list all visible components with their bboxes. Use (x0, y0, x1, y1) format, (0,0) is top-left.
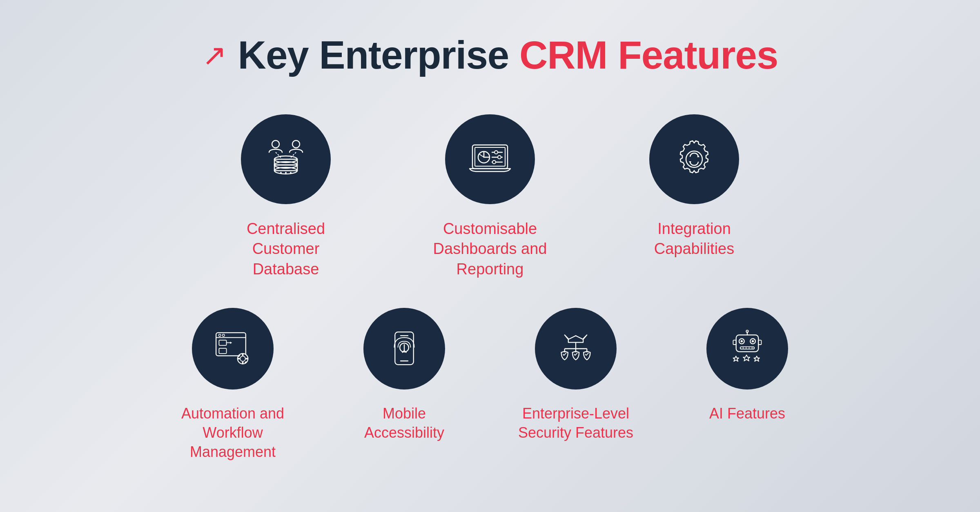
feature-ai: AI Features (686, 308, 808, 461)
robot-stars-icon (727, 328, 768, 369)
integration-label: Integration Capabilities (629, 219, 760, 259)
workflow-gear-icon (212, 328, 253, 369)
svg-point-20 (492, 160, 496, 164)
feature-dashboards: Customisable Dashboards and Reporting (425, 114, 555, 279)
mobile-icon-circle (363, 308, 445, 390)
svg-rect-35 (238, 358, 240, 360)
automation-icon-circle (192, 308, 274, 390)
title-highlight: CRM Features (519, 33, 778, 77)
svg-rect-33 (242, 354, 244, 356)
svg-rect-28 (219, 340, 226, 345)
mobile-label: Mobile Accessibility (343, 404, 466, 443)
svg-point-54 (752, 340, 754, 342)
gear-integration-icon (672, 137, 717, 182)
centralised-database-label: Centralised Customer Database (220, 219, 351, 279)
database-users-icon (263, 137, 308, 182)
shield-crown-icon (555, 328, 596, 369)
title-prefix: Key Enterprise (238, 33, 519, 77)
ai-label: AI Features (709, 404, 785, 423)
dashboards-label: Customisable Dashboards and Reporting (425, 219, 555, 279)
dashboards-icon-circle (445, 114, 535, 204)
svg-point-1 (292, 140, 300, 148)
svg-marker-30 (230, 342, 232, 344)
top-features-row: Centralised Customer Database (220, 114, 760, 279)
title-text: Key Enterprise CRM Features (238, 33, 778, 78)
security-icon-circle (535, 308, 617, 390)
feature-integration: Integration Capabilities (629, 114, 760, 279)
feature-automation: Automation and Workflow Management (172, 308, 294, 461)
svg-point-8 (285, 172, 287, 174)
feature-mobile: Mobile Accessibility (343, 308, 466, 461)
integration-icon-circle (649, 114, 739, 204)
svg-point-0 (272, 140, 279, 148)
svg-point-52 (741, 340, 743, 342)
svg-rect-29 (219, 348, 226, 354)
svg-point-50 (746, 330, 748, 332)
mobile-touch-icon (384, 328, 425, 369)
bottom-features-row: Automation and Workflow Management (172, 308, 808, 461)
security-label: Enterprise-Level Security Features (514, 404, 637, 443)
svg-point-18 (498, 156, 501, 159)
svg-point-27 (223, 334, 225, 336)
svg-rect-36 (246, 358, 248, 360)
dashboard-chart-icon (468, 137, 512, 182)
ai-icon-circle (706, 308, 788, 390)
centralised-database-icon-circle (241, 114, 331, 204)
svg-point-26 (218, 334, 220, 336)
svg-point-7 (280, 172, 282, 174)
page-title: ↗ Key Enterprise CRM Features (202, 33, 778, 78)
automation-label: Automation and Workflow Management (172, 404, 294, 461)
feature-security: Enterprise-Level Security Features (514, 308, 637, 461)
svg-point-16 (494, 151, 498, 154)
svg-point-9 (290, 172, 292, 174)
feature-centralised-database: Centralised Customer Database (220, 114, 351, 279)
svg-rect-34 (242, 362, 244, 364)
arrow-icon: ↗ (202, 40, 227, 70)
